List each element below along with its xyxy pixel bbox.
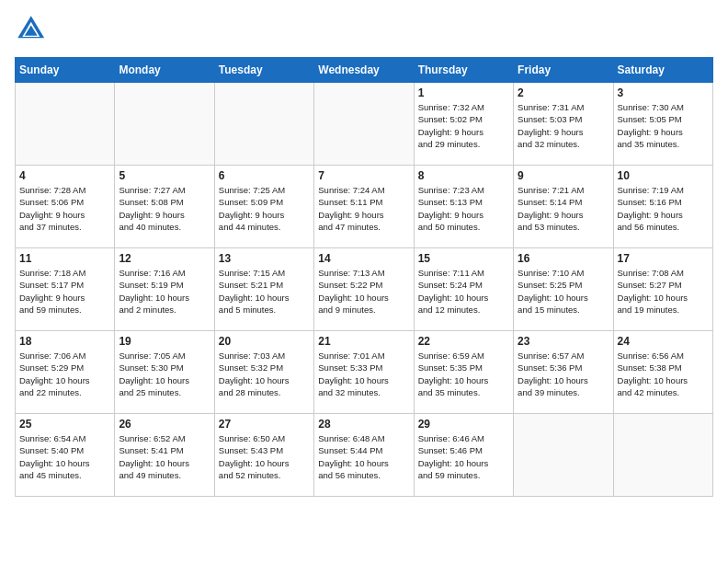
calendar-cell: 9Sunrise: 7:21 AM Sunset: 5:14 PM Daylig… bbox=[514, 166, 613, 248]
calendar-body: 1Sunrise: 7:32 AM Sunset: 5:02 PM Daylig… bbox=[16, 83, 713, 497]
day-info: Sunrise: 6:59 AM Sunset: 5:35 PM Dayligh… bbox=[418, 350, 509, 398]
weekday-header-monday: Monday bbox=[115, 58, 214, 83]
day-info: Sunrise: 7:15 AM Sunset: 5:21 PM Dayligh… bbox=[219, 267, 310, 316]
day-info: Sunrise: 7:18 AM Sunset: 5:17 PM Dayligh… bbox=[19, 267, 110, 316]
day-number: 29 bbox=[418, 418, 509, 431]
calendar-cell bbox=[314, 83, 414, 166]
weekday-header-saturday: Saturday bbox=[613, 58, 712, 83]
calendar-cell: 10Sunrise: 7:19 AM Sunset: 5:16 PM Dayli… bbox=[613, 166, 712, 248]
day-info: Sunrise: 7:28 AM Sunset: 5:06 PM Dayligh… bbox=[19, 184, 110, 233]
calendar-cell: 6Sunrise: 7:25 AM Sunset: 5:09 PM Daylig… bbox=[214, 166, 313, 248]
day-info: Sunrise: 7:32 AM Sunset: 5:02 PM Dayligh… bbox=[418, 101, 509, 150]
day-number: 22 bbox=[418, 335, 509, 348]
calendar-cell bbox=[115, 83, 214, 166]
day-info: Sunrise: 7:21 AM Sunset: 5:14 PM Dayligh… bbox=[518, 184, 609, 233]
day-number: 28 bbox=[318, 418, 409, 431]
calendar-cell: 27Sunrise: 6:50 AM Sunset: 5:43 PM Dayli… bbox=[214, 414, 313, 497]
calendar-cell: 25Sunrise: 6:54 AM Sunset: 5:40 PM Dayli… bbox=[16, 414, 115, 497]
weekday-header-sunday: Sunday bbox=[16, 58, 115, 83]
day-info: Sunrise: 7:13 AM Sunset: 5:22 PM Dayligh… bbox=[318, 267, 409, 316]
calendar-cell: 15Sunrise: 7:11 AM Sunset: 5:24 PM Dayli… bbox=[414, 248, 513, 331]
day-info: Sunrise: 7:23 AM Sunset: 5:13 PM Dayligh… bbox=[418, 184, 509, 233]
day-number: 16 bbox=[518, 252, 609, 265]
day-number: 9 bbox=[518, 169, 609, 182]
calendar-header: SundayMondayTuesdayWednesdayThursdayFrid… bbox=[16, 58, 713, 83]
calendar-table: SundayMondayTuesdayWednesdayThursdayFrid… bbox=[15, 57, 713, 497]
day-info: Sunrise: 7:30 AM Sunset: 5:05 PM Dayligh… bbox=[618, 101, 709, 150]
day-number: 18 bbox=[19, 335, 110, 348]
day-number: 7 bbox=[318, 169, 409, 182]
day-number: 26 bbox=[119, 418, 210, 431]
day-number: 23 bbox=[518, 335, 609, 348]
day-info: Sunrise: 7:10 AM Sunset: 5:25 PM Dayligh… bbox=[518, 267, 609, 316]
logo bbox=[15, 15, 44, 46]
day-info: Sunrise: 6:48 AM Sunset: 5:44 PM Dayligh… bbox=[318, 432, 409, 481]
day-number: 24 bbox=[618, 335, 709, 348]
calendar-week-5: 25Sunrise: 6:54 AM Sunset: 5:40 PM Dayli… bbox=[16, 414, 713, 497]
day-info: Sunrise: 7:01 AM Sunset: 5:33 PM Dayligh… bbox=[318, 350, 409, 398]
day-info: Sunrise: 6:54 AM Sunset: 5:40 PM Dayligh… bbox=[19, 432, 110, 481]
day-info: Sunrise: 6:56 AM Sunset: 5:38 PM Dayligh… bbox=[618, 350, 709, 398]
day-number: 2 bbox=[518, 86, 609, 99]
day-number: 12 bbox=[119, 252, 210, 265]
page-header bbox=[15, 15, 713, 46]
day-info: Sunrise: 7:08 AM Sunset: 5:27 PM Dayligh… bbox=[618, 267, 709, 316]
logo-icon bbox=[17, 15, 44, 42]
calendar-cell: 13Sunrise: 7:15 AM Sunset: 5:21 PM Dayli… bbox=[214, 248, 313, 331]
calendar-cell: 12Sunrise: 7:16 AM Sunset: 5:19 PM Dayli… bbox=[115, 248, 214, 331]
day-info: Sunrise: 6:46 AM Sunset: 5:46 PM Dayligh… bbox=[418, 432, 509, 481]
calendar-week-1: 1Sunrise: 7:32 AM Sunset: 5:02 PM Daylig… bbox=[16, 83, 713, 166]
calendar-cell bbox=[514, 414, 613, 497]
day-number: 15 bbox=[418, 252, 509, 265]
day-info: Sunrise: 6:52 AM Sunset: 5:41 PM Dayligh… bbox=[119, 432, 210, 481]
weekday-header-thursday: Thursday bbox=[414, 58, 513, 83]
calendar-cell: 20Sunrise: 7:03 AM Sunset: 5:32 PM Dayli… bbox=[214, 331, 313, 414]
day-info: Sunrise: 7:24 AM Sunset: 5:11 PM Dayligh… bbox=[318, 184, 409, 233]
calendar-cell: 18Sunrise: 7:06 AM Sunset: 5:29 PM Dayli… bbox=[16, 331, 115, 414]
calendar-cell: 19Sunrise: 7:05 AM Sunset: 5:30 PM Dayli… bbox=[115, 331, 214, 414]
day-info: Sunrise: 7:11 AM Sunset: 5:24 PM Dayligh… bbox=[418, 267, 509, 316]
day-number: 25 bbox=[19, 418, 110, 431]
calendar-cell: 3Sunrise: 7:30 AM Sunset: 5:05 PM Daylig… bbox=[613, 83, 712, 166]
calendar-cell: 4Sunrise: 7:28 AM Sunset: 5:06 PM Daylig… bbox=[16, 166, 115, 248]
calendar-cell: 5Sunrise: 7:27 AM Sunset: 5:08 PM Daylig… bbox=[115, 166, 214, 248]
calendar-week-2: 4Sunrise: 7:28 AM Sunset: 5:06 PM Daylig… bbox=[16, 166, 713, 248]
day-number: 27 bbox=[219, 418, 310, 431]
day-info: Sunrise: 7:25 AM Sunset: 5:09 PM Dayligh… bbox=[219, 184, 310, 233]
calendar-week-3: 11Sunrise: 7:18 AM Sunset: 5:17 PM Dayli… bbox=[16, 248, 713, 331]
day-number: 17 bbox=[618, 252, 709, 265]
day-number: 5 bbox=[119, 169, 210, 182]
calendar-cell: 17Sunrise: 7:08 AM Sunset: 5:27 PM Dayli… bbox=[613, 248, 712, 331]
calendar-cell: 26Sunrise: 6:52 AM Sunset: 5:41 PM Dayli… bbox=[115, 414, 214, 497]
calendar-cell: 21Sunrise: 7:01 AM Sunset: 5:33 PM Dayli… bbox=[314, 331, 414, 414]
day-info: Sunrise: 7:03 AM Sunset: 5:32 PM Dayligh… bbox=[219, 350, 310, 398]
day-number: 21 bbox=[318, 335, 409, 348]
calendar-cell: 14Sunrise: 7:13 AM Sunset: 5:22 PM Dayli… bbox=[314, 248, 414, 331]
day-number: 6 bbox=[219, 169, 310, 182]
calendar-week-4: 18Sunrise: 7:06 AM Sunset: 5:29 PM Dayli… bbox=[16, 331, 713, 414]
day-info: Sunrise: 7:05 AM Sunset: 5:30 PM Dayligh… bbox=[119, 350, 210, 398]
day-info: Sunrise: 7:19 AM Sunset: 5:16 PM Dayligh… bbox=[618, 184, 709, 233]
calendar-cell: 2Sunrise: 7:31 AM Sunset: 5:03 PM Daylig… bbox=[514, 83, 613, 166]
day-number: 14 bbox=[318, 252, 409, 265]
day-number: 19 bbox=[119, 335, 210, 348]
day-number: 11 bbox=[19, 252, 110, 265]
day-info: Sunrise: 7:16 AM Sunset: 5:19 PM Dayligh… bbox=[119, 267, 210, 316]
day-number: 20 bbox=[219, 335, 310, 348]
day-number: 4 bbox=[19, 169, 110, 182]
day-number: 3 bbox=[618, 86, 709, 99]
calendar-cell bbox=[613, 414, 712, 497]
day-number: 13 bbox=[219, 252, 310, 265]
weekday-header-friday: Friday bbox=[514, 58, 613, 83]
calendar-cell: 1Sunrise: 7:32 AM Sunset: 5:02 PM Daylig… bbox=[414, 83, 513, 166]
day-number: 8 bbox=[418, 169, 509, 182]
day-info: Sunrise: 6:57 AM Sunset: 5:36 PM Dayligh… bbox=[518, 350, 609, 398]
calendar-cell: 23Sunrise: 6:57 AM Sunset: 5:36 PM Dayli… bbox=[514, 331, 613, 414]
calendar-cell: 16Sunrise: 7:10 AM Sunset: 5:25 PM Dayli… bbox=[514, 248, 613, 331]
calendar-cell: 29Sunrise: 6:46 AM Sunset: 5:46 PM Dayli… bbox=[414, 414, 513, 497]
calendar-cell bbox=[16, 83, 115, 166]
weekday-header-wednesday: Wednesday bbox=[314, 58, 414, 83]
day-number: 10 bbox=[618, 169, 709, 182]
weekday-header-tuesday: Tuesday bbox=[214, 58, 313, 83]
calendar-cell: 8Sunrise: 7:23 AM Sunset: 5:13 PM Daylig… bbox=[414, 166, 513, 248]
